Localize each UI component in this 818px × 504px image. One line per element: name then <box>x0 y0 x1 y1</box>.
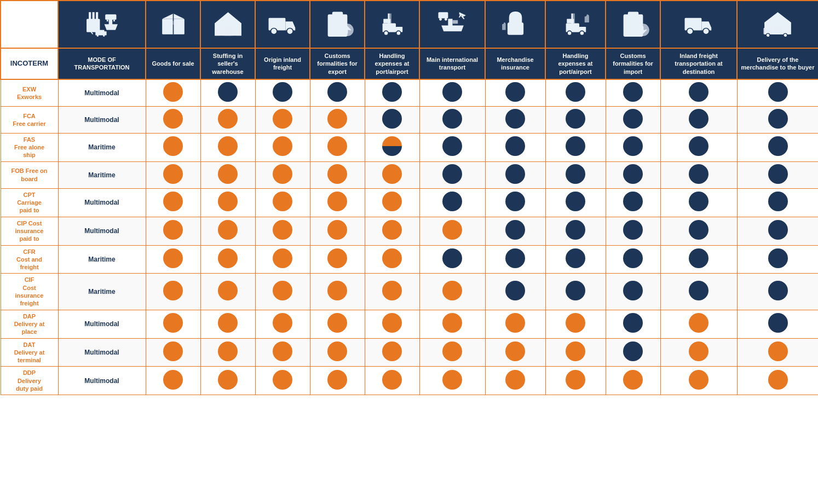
circle-cell <box>737 338 818 367</box>
circle-cell <box>310 367 365 395</box>
incoterm-cell: CPTCarriagepaid to <box>1 188 58 217</box>
incoterm-cell: DAPDelivery atplace <box>1 310 58 338</box>
svg-rect-42 <box>444 13 447 17</box>
circle-cell <box>255 310 310 338</box>
header-empty <box>1 1 58 48</box>
icon-cell-delivery <box>737 1 818 48</box>
col-header-handling-origin: Handling expenses at port/airport <box>365 48 419 79</box>
table-row: FOB Free onboardMaritime <box>1 161 818 188</box>
circle-cell <box>606 133 660 161</box>
mode-cell: Maritime <box>58 161 146 188</box>
incoterm-cell: FASFree aloneship <box>1 133 58 161</box>
circle-cell <box>545 133 606 161</box>
circle-cell <box>146 188 200 217</box>
circle-cell <box>365 367 419 395</box>
svg-rect-56 <box>626 20 636 21</box>
svg-rect-17 <box>215 30 220 36</box>
circle-cell <box>485 367 545 395</box>
mode-cell: Maritime <box>58 245 146 274</box>
svg-point-44 <box>513 26 517 30</box>
svg-rect-37 <box>452 20 458 24</box>
circle-cell <box>419 79 485 107</box>
table-row: CIFCostinsurancefreightMaritime <box>1 274 818 310</box>
circle-cell <box>310 188 365 217</box>
svg-rect-32 <box>382 24 395 32</box>
circle-cell <box>485 188 545 217</box>
circle-cell <box>255 274 310 310</box>
svg-point-35 <box>396 31 400 35</box>
circle-cell <box>545 245 606 274</box>
circle-cell <box>545 217 606 245</box>
mode-cell: Multimodal <box>58 188 146 217</box>
circle-cell <box>737 133 818 161</box>
icon-cell-forklift2 <box>545 1 606 48</box>
circle-cell <box>365 133 419 161</box>
circle-cell <box>310 245 365 274</box>
circle-cell <box>485 79 545 107</box>
circle-cell <box>606 367 660 395</box>
svg-point-62 <box>705 30 707 33</box>
circle-cell <box>146 217 200 245</box>
circle-cell <box>606 161 660 188</box>
circle-cell <box>200 106 255 133</box>
circle-cell <box>365 338 419 367</box>
circle-cell <box>146 161 200 188</box>
table-row: DDPDeliveryduty paidMultimodal <box>1 367 818 395</box>
svg-rect-5 <box>105 14 116 20</box>
col-header-handling-dest: Handling expenses at port/airport <box>545 48 606 79</box>
svg-rect-3 <box>96 12 98 21</box>
circle-cell <box>419 106 485 133</box>
svg-rect-28 <box>330 24 338 25</box>
svg-rect-45 <box>514 30 516 33</box>
circle-cell <box>419 217 485 245</box>
circle-cell <box>737 310 818 338</box>
table-row: FASFree aloneshipMaritime <box>1 133 818 161</box>
svg-point-66 <box>766 33 770 37</box>
svg-rect-9 <box>103 31 107 35</box>
circle-cell <box>146 245 200 274</box>
circle-cell <box>485 245 545 274</box>
col-header-stuffing: Stuffing in seller's warehouse <box>200 48 255 79</box>
icon-cell-insurance <box>485 1 545 48</box>
incoterm-table: INCOTERM MODE OFTRANSPORTATION Goods for… <box>0 0 818 395</box>
table-row: CPTCarriagepaid toMultimodal <box>1 188 818 217</box>
svg-rect-27 <box>330 20 340 21</box>
circle-cell <box>200 133 255 161</box>
circle-cell <box>419 367 485 395</box>
mode-cell: Maritime <box>58 274 146 310</box>
circle-cell <box>545 161 606 188</box>
circle-cell <box>660 274 737 310</box>
incoterm-cell: FCAFree carrier <box>1 106 58 133</box>
col-header-delivery: Delivery of the merchandise to the buyer <box>737 48 818 79</box>
circle-cell <box>485 161 545 188</box>
circle-cell <box>606 310 660 338</box>
circle-cell <box>419 274 485 310</box>
circle-cell <box>485 338 545 367</box>
circle-cell <box>419 245 485 274</box>
svg-rect-49 <box>566 24 579 32</box>
incoterm-cell: CFRCost andfreight <box>1 245 58 274</box>
mode-cell: Multimodal <box>58 310 146 338</box>
icon-cell-warehouse <box>200 1 255 48</box>
circle-cell <box>419 188 485 217</box>
incoterm-cell: CIP Costinsurancepaid to <box>1 217 58 245</box>
circle-cell <box>255 338 310 367</box>
circle-cell <box>737 217 818 245</box>
incoterm-cell: CIFCostinsurancefreight <box>1 274 58 310</box>
svg-point-40 <box>444 18 447 21</box>
col-header-inland-dest: Inland freight transportation at destina… <box>660 48 737 79</box>
svg-rect-2 <box>92 12 94 21</box>
circle-cell <box>660 217 737 245</box>
incoterm-cell: FOB Free onboard <box>1 161 58 188</box>
circle-cell <box>606 188 660 217</box>
svg-rect-16 <box>224 27 231 36</box>
circle-cell <box>545 79 606 107</box>
svg-rect-31 <box>383 19 390 23</box>
circle-cell <box>146 133 200 161</box>
circle-cell <box>485 274 545 310</box>
circle-cell <box>255 161 310 188</box>
svg-rect-58 <box>684 18 701 31</box>
mode-cell: Multimodal <box>58 338 146 367</box>
icon-cell-customs-import <box>606 1 660 48</box>
circle-cell <box>485 310 545 338</box>
